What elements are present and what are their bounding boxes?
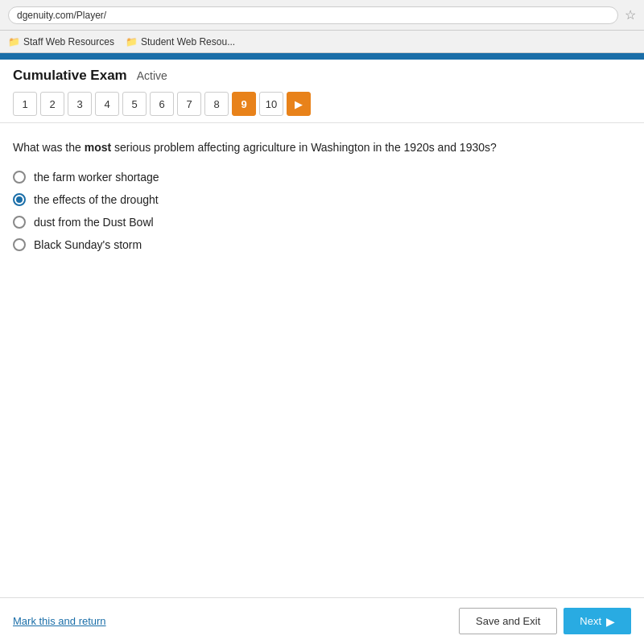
star-icon[interactable]: ☆ [625,7,636,23]
question-bold-word: most [85,141,111,154]
q-btn-9[interactable]: 9 [232,92,256,116]
q-btn-1[interactable]: 1 [13,92,37,116]
exam-status: Active [137,69,167,82]
q-btn-5[interactable]: 5 [122,92,147,116]
next-button[interactable]: Next ▶ [564,608,631,634]
answer-label-1: the farm worker shortage [34,171,159,184]
answer-label-4: Black Sunday's storm [34,238,142,251]
q-btn-8[interactable]: 8 [204,92,229,116]
radio-inner-2 [16,196,23,203]
q-btn-3[interactable]: 3 [68,92,92,116]
answer-options: the farm worker shortage the effects of … [13,171,631,251]
exam-title-row: Cumulative Exam Active [13,68,631,84]
question-area: What was the most serious problem affect… [0,123,644,597]
save-exit-button[interactable]: Save and Exit [459,608,557,634]
footer: Mark this and return Save and Exit Next … [0,597,644,644]
radio-3[interactable] [13,216,26,229]
answer-label-3: dust from the Dust Bowl [34,216,154,229]
answer-option-3[interactable]: dust from the Dust Bowl [13,216,631,229]
exam-header: Cumulative Exam Active 1 2 3 4 5 6 7 8 9… [0,60,644,123]
q-btn-2[interactable]: 2 [40,92,64,116]
main-content: Cumulative Exam Active 1 2 3 4 5 6 7 8 9… [0,53,644,644]
footer-buttons: Save and Exit Next ▶ [459,608,631,634]
radio-2[interactable] [13,193,26,206]
q-btn-4[interactable]: 4 [95,92,119,116]
mark-return-link[interactable]: Mark this and return [13,615,106,627]
question-text-before: What was the [13,141,85,154]
question-numbers: 1 2 3 4 5 6 7 8 9 10 ▶ [13,92,631,116]
answer-option-4[interactable]: Black Sunday's storm [13,238,631,251]
answer-option-2[interactable]: the effects of the drought [13,193,631,206]
answer-label-2: the effects of the drought [34,193,159,206]
radio-1[interactable] [13,171,26,184]
question-text: What was the most serious problem affect… [13,139,631,156]
q-btn-10[interactable]: 10 [259,92,283,116]
folder-icon-2: 📁 [126,36,138,47]
q-btn-6[interactable]: 6 [150,92,174,116]
next-button-label: Next [580,615,601,627]
q-btn-next-arrow[interactable]: ▶ [287,92,311,116]
top-blue-bar [0,53,644,60]
bookmark-staff-label: Staff Web Resources [23,36,114,47]
address-bar[interactable]: dgenuity.com/Player/ [8,6,618,24]
bookmarks-bar: 📁 Staff Web Resources 📁 Student Web Reso… [0,31,644,53]
q-btn-7[interactable]: 7 [177,92,201,116]
answer-option-1[interactable]: the farm worker shortage [13,171,631,184]
folder-icon: 📁 [8,36,20,47]
question-text-after: serious problem affecting agriculture in… [111,141,497,154]
bookmark-staff[interactable]: 📁 Staff Web Resources [8,36,114,47]
next-arrow-icon: ▶ [606,615,615,628]
bookmark-student-label: Student Web Resou... [141,36,235,47]
exam-title: Cumulative Exam [13,68,127,84]
bookmark-student[interactable]: 📁 Student Web Resou... [126,36,235,47]
radio-4[interactable] [13,238,26,251]
browser-chrome: dgenuity.com/Player/ ☆ [0,0,644,31]
